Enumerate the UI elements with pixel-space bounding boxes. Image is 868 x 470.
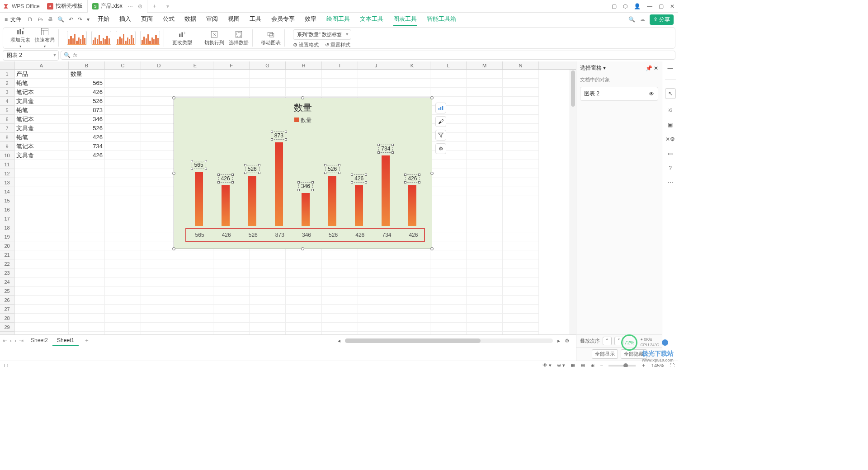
cell[interactable]	[430, 187, 467, 196]
next-sheet-icon[interactable]: ›	[14, 338, 16, 344]
fullscreen-icon[interactable]: ⛶	[670, 363, 675, 367]
cell[interactable]	[105, 241, 141, 250]
sheet-tab[interactable]: Sheet2	[26, 336, 52, 346]
cell[interactable]	[14, 305, 69, 314]
cell[interactable]	[358, 323, 394, 332]
new-icon[interactable]: 🗋	[28, 16, 33, 23]
col-header[interactable]: H	[286, 61, 322, 69]
cell[interactable]	[467, 160, 503, 169]
cell[interactable]	[105, 250, 141, 259]
cell[interactable]	[177, 296, 213, 305]
cell[interactable]	[467, 205, 503, 214]
cell[interactable]	[14, 323, 69, 332]
cell[interactable]	[467, 287, 503, 296]
cell[interactable]: 873	[69, 106, 105, 115]
row-header[interactable]: 2	[0, 79, 14, 88]
vertical-scrollbar[interactable]	[570, 70, 576, 334]
cell[interactable]	[430, 205, 467, 214]
col-header[interactable]: A	[14, 61, 69, 69]
cell[interactable]	[503, 223, 539, 232]
cell[interactable]: 文具盒	[14, 124, 69, 133]
view-target-icon[interactable]: ⊕ ▾	[557, 362, 565, 367]
cell[interactable]	[467, 151, 503, 160]
cell[interactable]	[141, 268, 177, 277]
minimize-icon[interactable]: —	[647, 3, 652, 9]
cell[interactable]	[322, 268, 358, 277]
cell[interactable]	[213, 305, 250, 314]
cell[interactable]	[69, 205, 105, 214]
first-sheet-icon[interactable]: ⇤	[3, 338, 7, 344]
row-header[interactable]: 30	[0, 332, 14, 334]
cell[interactable]	[105, 187, 141, 196]
close-window-icon[interactable]: ✕	[670, 3, 675, 9]
cell[interactable]	[430, 232, 467, 241]
row-header[interactable]: 20	[0, 241, 14, 250]
cell[interactable]	[322, 79, 358, 88]
hscroll-left-icon[interactable]: ◂	[338, 338, 340, 344]
row-header[interactable]: 21	[0, 250, 14, 259]
cell[interactable]	[177, 70, 213, 79]
cell[interactable]	[467, 115, 503, 124]
view-eye-icon[interactable]: 👁 ▾	[542, 362, 552, 367]
cell[interactable]	[250, 259, 286, 268]
menu-tab-10[interactable]: 绘图工具	[326, 13, 350, 26]
chart-data-label[interactable]: 526	[245, 165, 259, 173]
row-header[interactable]: 6	[0, 115, 14, 124]
cell[interactable]	[14, 214, 69, 223]
cell[interactable]	[141, 196, 177, 205]
cell[interactable]	[141, 241, 177, 250]
cell[interactable]	[394, 70, 430, 79]
chart-bar[interactable]	[195, 172, 203, 226]
cell[interactable]: 笔记本	[14, 88, 69, 97]
hscroll-right-icon[interactable]: ▸	[557, 338, 560, 344]
tab-file[interactable]: S 产品.xlsx ⋯ ⊘	[88, 0, 147, 13]
cell[interactable]	[322, 70, 358, 79]
row-header[interactable]: 11	[0, 160, 14, 169]
row-header[interactable]: 7	[0, 124, 14, 133]
cell[interactable]	[250, 70, 286, 79]
zoom-slider[interactable]	[609, 365, 636, 367]
menu-tab-7[interactable]: 工具	[250, 13, 261, 26]
cell[interactable]	[322, 305, 358, 314]
move-chart-button[interactable]: 移动图表	[261, 30, 281, 46]
row-header[interactable]: 19	[0, 232, 14, 241]
cell[interactable]	[141, 142, 177, 151]
view-page-icon[interactable]: ▤	[580, 362, 585, 367]
cell[interactable]	[250, 296, 286, 305]
cell[interactable]	[286, 332, 322, 334]
quick-dropdown-icon[interactable]: ▾	[87, 16, 90, 23]
cell[interactable]	[105, 70, 141, 79]
zoom-percent[interactable]: 145%	[651, 363, 664, 367]
cell[interactable]	[358, 88, 394, 97]
cell[interactable]	[141, 332, 177, 334]
cell[interactable]	[322, 277, 358, 287]
cell[interactable]	[430, 223, 467, 232]
cell[interactable]	[467, 97, 503, 106]
cell[interactable]: 文具盒	[14, 97, 69, 106]
cell[interactable]	[394, 259, 430, 268]
cell[interactable]	[14, 314, 69, 323]
menu-tab-0[interactable]: 开始	[98, 13, 109, 26]
cell[interactable]	[69, 241, 105, 250]
row-header[interactable]: 23	[0, 268, 14, 277]
cell[interactable]	[141, 79, 177, 88]
col-header[interactable]: C	[105, 61, 141, 69]
cell[interactable]	[430, 259, 467, 268]
cell[interactable]	[430, 70, 467, 79]
layers-icon[interactable]: ▣	[668, 122, 673, 128]
cell[interactable]	[213, 259, 250, 268]
cell[interactable]	[503, 79, 539, 88]
quick-layout-button[interactable]: 快速布局▾	[35, 28, 55, 48]
cell[interactable]	[430, 169, 467, 178]
cell[interactable]	[105, 214, 141, 223]
cell[interactable]	[105, 332, 141, 334]
cell[interactable]	[69, 277, 105, 287]
cell[interactable]	[14, 250, 69, 259]
cell[interactable]	[430, 268, 467, 277]
cell[interactable]	[250, 268, 286, 277]
cell[interactable]	[141, 133, 177, 142]
chart-bar[interactable]	[248, 176, 256, 226]
row-header[interactable]: 14	[0, 187, 14, 196]
cell[interactable]	[503, 187, 539, 196]
cell[interactable]	[286, 323, 322, 332]
